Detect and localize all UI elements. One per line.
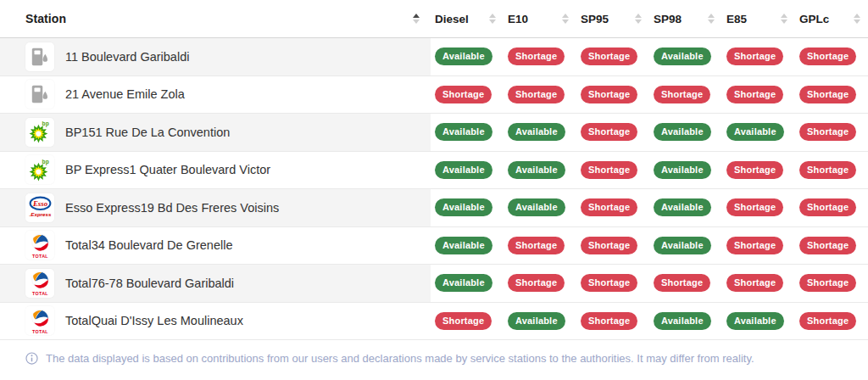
station-row[interactable]: bp Esso .Express <box>0 76 868 115</box>
status-badge: Shortage <box>581 274 637 292</box>
fuel-column-header[interactable]: E85 <box>722 13 795 25</box>
station-cell[interactable]: bp Esso .Express <box>0 227 431 265</box>
station-cell[interactable]: bp Esso .Express <box>0 303 431 340</box>
sort-icon[interactable] <box>781 14 787 24</box>
status-badge: Available <box>508 312 565 330</box>
status-badge: Available <box>654 48 711 65</box>
sort-icon[interactable] <box>708 14 715 24</box>
fuel-cell-sp98: Available <box>649 152 722 189</box>
fuel-column-header[interactable]: GPLc <box>795 13 868 25</box>
status-badge: Shortage <box>799 48 856 65</box>
station-brand-icon: bp Esso .Express <box>25 80 54 109</box>
status-badge: Shortage <box>435 312 492 330</box>
fuel-cell-diesel: Available <box>431 38 504 75</box>
svg-text:TOTAL: TOTAL <box>32 329 48 334</box>
station-name: 11 Boulevard Garibaldi <box>65 50 189 64</box>
station-cell[interactable]: bp Esso .Express <box>0 38 431 75</box>
total-logo-icon: TOTAL <box>27 270 53 296</box>
station-column-label: Station <box>25 12 66 25</box>
sort-icon[interactable] <box>854 14 860 24</box>
table-body: bp Esso .Express <box>0 38 868 340</box>
station-row[interactable]: bp Esso .Express <box>0 303 868 341</box>
status-badge: Shortage <box>581 123 637 141</box>
station-brand-icon: bp Esso .Express <box>25 155 54 184</box>
status-badge: Shortage <box>799 198 856 216</box>
fuel-column-header[interactable]: E10 <box>504 13 576 25</box>
station-row[interactable]: bp Esso .Express <box>0 227 868 265</box>
station-name: BP Express1 Quater Boulevard Victor <box>65 163 270 176</box>
status-badge: Shortage <box>799 123 856 141</box>
station-row[interactable]: bp Esso .Express <box>0 265 868 303</box>
fuel-cell-sp95: Shortage <box>576 265 649 302</box>
fuel-cell-sp98: Available <box>649 114 722 151</box>
fuel-column-label: SP95 <box>581 13 609 25</box>
status-badge: Shortage <box>726 86 783 103</box>
fuel-cell-sp98: Available <box>649 303 722 340</box>
bp-logo-icon: bp <box>27 119 53 145</box>
column-header-station[interactable]: Station <box>0 12 431 25</box>
status-badge: Shortage <box>726 198 783 216</box>
status-badge: Available <box>654 237 711 254</box>
sort-ascending-icon[interactable] <box>413 14 420 24</box>
fuel-cell-diesel: Shortage <box>431 303 504 340</box>
fuel-column-header[interactable]: Diesel <box>431 13 504 25</box>
fuel-cell-e85: Shortage <box>722 265 795 302</box>
svg-text:Esso: Esso <box>31 199 47 208</box>
fuel-column-label: SP98 <box>654 13 682 25</box>
fuel-cell-gplc: Shortage <box>795 152 868 189</box>
total-logo-icon: TOTAL <box>27 308 53 334</box>
status-badge: Available <box>435 123 492 141</box>
status-badge: Available <box>654 161 711 179</box>
station-cell[interactable]: bp Esso .Express <box>0 189 431 226</box>
sort-icon[interactable] <box>562 14 569 24</box>
fuel-cell-e85: Shortage <box>722 152 795 189</box>
station-row[interactable]: bp Esso .Express <box>0 38 868 76</box>
fuel-cell-sp95: Shortage <box>576 38 649 75</box>
fuel-cell-e10: Available <box>504 303 576 340</box>
status-badge: Shortage <box>799 274 856 292</box>
station-row[interactable]: bp Esso .Express <box>0 152 868 190</box>
status-badge: Shortage <box>726 274 783 292</box>
station-name: Total34 Boulevard De Grenelle <box>65 238 232 252</box>
fuel-cell-e85: Available <box>722 114 795 151</box>
fuel-cell-e85: Shortage <box>722 38 795 75</box>
station-row[interactable]: bp Esso .Express <box>0 114 868 152</box>
fuel-column-label: E85 <box>726 13 747 25</box>
status-badge: Available <box>654 198 711 216</box>
status-badge: Shortage <box>799 86 856 103</box>
station-cell[interactable]: bp Esso .Express <box>0 76 431 114</box>
status-badge: Available <box>435 274 492 292</box>
station-name: 21 Avenue Emile Zola <box>65 87 185 101</box>
fuel-cell-diesel: Available <box>431 227 504 265</box>
station-name: Esso Express19 Bd Des Freres Voisins <box>65 201 279 215</box>
station-cell[interactable]: bp Esso .Express <box>0 265 431 302</box>
station-cell[interactable]: bp Esso .Express <box>0 152 431 189</box>
fuel-cell-diesel: Available <box>431 114 504 151</box>
svg-text:bp: bp <box>42 121 48 128</box>
fuel-cell-gplc: Shortage <box>795 303 868 340</box>
station-name: TotalQuai D'Issy Les Moulineaux <box>65 314 243 327</box>
status-badge: Shortage <box>799 312 856 330</box>
station-brand-icon: bp Esso .Express <box>25 118 54 147</box>
status-badge: Available <box>435 48 492 65</box>
status-badge: Shortage <box>654 274 710 292</box>
fuel-column-header[interactable]: SP98 <box>649 13 722 25</box>
sort-icon[interactable] <box>489 14 496 24</box>
fuel-column-label: GPLc <box>799 13 829 25</box>
fuel-cell-diesel: Available <box>431 265 504 302</box>
sort-icon[interactable] <box>635 14 642 24</box>
status-badge: Available <box>435 161 492 179</box>
fuel-cell-e85: Shortage <box>722 227 795 265</box>
station-row[interactable]: bp Esso .Express <box>0 189 868 227</box>
status-badge: Available <box>726 312 784 330</box>
table-header: Station Diesel E10 SP95 SP98 E85 GPLc <box>0 0 868 38</box>
station-cell[interactable]: bp Esso .Express <box>0 114 431 151</box>
fuel-cell-e10: Shortage <box>504 227 576 265</box>
fuel-cell-gplc: Shortage <box>795 114 868 151</box>
status-badge: Shortage <box>581 198 637 216</box>
fuel-cell-gplc: Shortage <box>795 227 868 265</box>
fuel-cell-gplc: Shortage <box>795 38 868 75</box>
fuel-column-header[interactable]: SP95 <box>576 13 649 25</box>
fuel-cell-sp98: Available <box>649 38 722 75</box>
status-badge: Shortage <box>799 161 856 179</box>
